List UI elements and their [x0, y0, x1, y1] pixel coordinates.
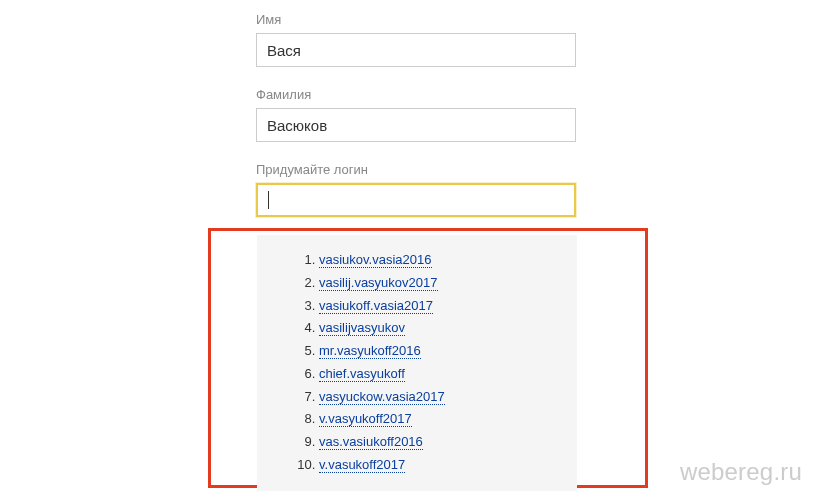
list-item: vasilijvasyukov	[319, 317, 577, 340]
first-name-label: Имя	[256, 12, 818, 27]
list-item: chief.vasyukoff	[319, 363, 577, 386]
first-name-input[interactable]	[256, 33, 576, 67]
list-item: vasiukoff.vasia2017	[319, 295, 577, 318]
login-group: Придумайте логин	[256, 162, 818, 217]
list-item: mr.vasyukoff2016	[319, 340, 577, 363]
suggestions-highlight-box: vasiukov.vasia2016 vasilij.vasyukov2017 …	[208, 228, 648, 488]
suggestion-link[interactable]: v.vasyukoff2017	[319, 411, 412, 427]
list-item: vasyuckow.vasia2017	[319, 386, 577, 409]
suggestion-link[interactable]: vas.vasiukoff2016	[319, 434, 423, 450]
suggestion-link[interactable]: vasilijvasyukov	[319, 320, 405, 336]
suggestion-link[interactable]: vasiukoff.vasia2017	[319, 298, 433, 314]
watermark-text: webereg.ru	[680, 458, 802, 486]
registration-form: Имя Фамилия Придумайте логин	[0, 0, 818, 217]
login-suggestions-panel: vasiukov.vasia2016 vasilij.vasyukov2017 …	[257, 235, 577, 491]
last-name-label: Фамилия	[256, 87, 818, 102]
list-item: v.vasyukoff2017	[319, 408, 577, 431]
last-name-group: Фамилия	[256, 87, 818, 142]
list-item: vasilij.vasyukov2017	[319, 272, 577, 295]
suggestion-link[interactable]: vasilij.vasyukov2017	[319, 275, 438, 291]
login-input-wrapper	[256, 183, 818, 217]
login-suggestions-list: vasiukov.vasia2016 vasilij.vasyukov2017 …	[257, 249, 577, 477]
list-item: vasiukov.vasia2016	[319, 249, 577, 272]
list-item: vas.vasiukoff2016	[319, 431, 577, 454]
suggestion-link[interactable]: vasyuckow.vasia2017	[319, 389, 445, 405]
login-label: Придумайте логин	[256, 162, 818, 177]
first-name-group: Имя	[256, 12, 818, 67]
last-name-input[interactable]	[256, 108, 576, 142]
suggestion-link[interactable]: chief.vasyukoff	[319, 366, 405, 382]
suggestion-link[interactable]: v.vasukoff2017	[319, 457, 405, 473]
list-item: v.vasukoff2017	[319, 454, 577, 477]
login-input[interactable]	[256, 183, 576, 217]
suggestion-link[interactable]: mr.vasyukoff2016	[319, 343, 421, 359]
suggestion-link[interactable]: vasiukov.vasia2016	[319, 252, 432, 268]
